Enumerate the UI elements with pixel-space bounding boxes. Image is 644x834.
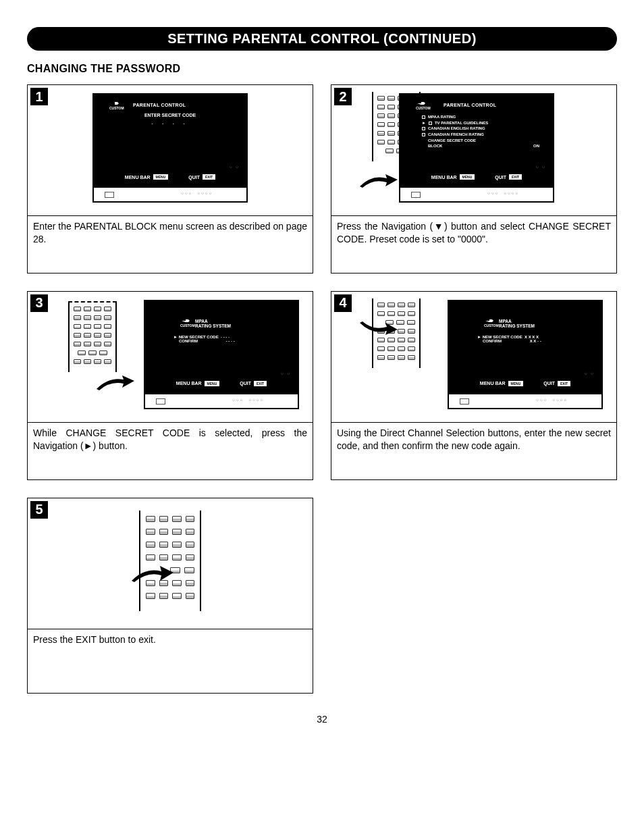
custom-label: CUSTOM	[484, 323, 499, 328]
menu-item: TV PARENTAL GUIDELINES	[435, 120, 488, 126]
mpaa-label: MPAA	[499, 319, 512, 323]
step-3-caption: While CHANGE SECRET CODE is selected, pr…	[27, 423, 313, 480]
step-4-panel: 4 CUSTOM	[331, 291, 617, 423]
tv-menu-row: MENU BAR MENU QUIT EXIT	[449, 381, 601, 386]
remote-illustration	[139, 511, 201, 611]
led-dots: ○ ○	[230, 165, 240, 169]
tv-base: ○○○ ○○○○	[399, 188, 554, 203]
step-number: 1	[30, 88, 48, 105]
step-2: 2 CUSTOM PARENTAL CONTROL MPAA	[331, 84, 617, 273]
screen-subtitle: ENTER SECRET CODE	[103, 113, 237, 118]
step-5: 5 Press the EXIT button to exit.	[27, 498, 313, 694]
step-4: 4 CUSTOM	[331, 291, 617, 480]
menubar-label: MENU BAR	[480, 381, 506, 386]
tv-menu-row: MENU BAR MENU QUIT EXIT	[400, 174, 553, 180]
code-dots: - - - -	[103, 122, 237, 126]
menu-button-label: MENU	[153, 174, 169, 180]
quit-label: QUIT	[543, 381, 555, 386]
rating-system-label: RATING SYSTEM	[195, 323, 231, 328]
confirm-label: CONFIRM	[179, 339, 198, 343]
menubar-label: MENU BAR	[431, 175, 457, 180]
step-number: 3	[30, 294, 48, 312]
menu-list: MPAA RATING ►TV PARENTAL GUIDELINES CANA…	[422, 114, 543, 149]
rating-system-label: RATING SYSTEM	[499, 323, 535, 328]
arrow-icon	[95, 374, 136, 392]
section-subheading: CHANGING THE PASSWORD	[27, 63, 617, 75]
step-2-caption: Press the Navigation (▼) button and sele…	[331, 216, 617, 273]
confirm-value: - - - -	[226, 339, 235, 343]
menu-button-label: MENU	[460, 174, 475, 180]
arrow-icon	[129, 565, 176, 585]
mpaa-label: MPAA	[195, 319, 208, 323]
exit-button-label: EXIT	[509, 174, 522, 180]
new-code-value: - - - -	[221, 335, 230, 339]
hand-icon	[111, 101, 120, 106]
led-dots: ○ ○	[585, 371, 595, 375]
confirm-value: X X - -	[530, 339, 541, 343]
tv-base: ○○○ ○○○○	[448, 394, 603, 409]
custom-label: CUSTOM	[180, 323, 195, 328]
page-title-bar: SETTING PARENTAL CONTROL (CONTINUED)	[27, 27, 617, 51]
hand-icon	[417, 101, 427, 106]
led-dots: ○ ○	[281, 371, 291, 375]
arrow-icon	[358, 319, 399, 336]
menu-item: CHANGE SECRET CODE	[428, 138, 476, 144]
custom-label: CUSTOM	[109, 106, 124, 110]
tv-illustration: CUSTOM PARENTAL CONTROL ENTER SECRET COD…	[92, 93, 248, 203]
step-5-caption: Press the EXIT button to exit.	[27, 629, 313, 694]
custom-label: CUSTOM	[416, 106, 431, 110]
led-dots: ○ ○	[536, 165, 546, 169]
arrow-icon	[358, 173, 399, 190]
step-2-panel: 2 CUSTOM PARENTAL CONTROL MPAA	[331, 84, 617, 216]
exit-button-label: EXIT	[558, 381, 570, 386]
step-1-caption: Enter the PARENTAL BLOCK menu screen as …	[27, 216, 313, 273]
screen-title: PARENTAL CONTROL	[133, 103, 237, 107]
confirm-label: CONFIRM	[483, 339, 502, 343]
step-3-panel: 3 CUSTOM	[27, 291, 313, 423]
hand-icon	[182, 318, 191, 323]
tv-illustration: CUSTOM PARENTAL CONTROL MPAA RATING ►TV …	[399, 93, 554, 203]
menu-button-label: MENU	[508, 381, 524, 386]
screen-title: PARENTAL CONTROL	[444, 103, 543, 107]
tv-base: ○○○ ○○○○	[92, 188, 248, 203]
tv-illustration: CUSTOM MPAA RATING SYSTEM ► NEW SECRET C…	[144, 300, 299, 409]
remote-illustration	[68, 301, 117, 372]
quit-label: QUIT	[240, 381, 251, 386]
tv-menu-row: MENU BAR MENU QUIT EXIT	[145, 381, 298, 386]
step-4-caption: Using the Direct Channel Selection butto…	[331, 423, 617, 480]
new-code-label: NEW SECRET CODE	[483, 335, 522, 339]
menu-item: BLOCK	[428, 143, 442, 149]
step-number: 5	[30, 501, 48, 519]
menu-item: MPAA RATING	[428, 114, 456, 120]
steps-grid-3: 5 Press the EXIT button to exit.	[27, 498, 617, 694]
quit-label: QUIT	[188, 175, 200, 180]
tv-base: ○○○ ○○○○	[144, 394, 299, 409]
menu-item: CANADIAN FRENCH RATING	[428, 132, 484, 138]
step-3: 3 CUSTOM	[27, 291, 313, 480]
tv-menu-row: MENU BAR MENU QUIT EXIT	[94, 174, 246, 180]
page-number: 32	[27, 714, 617, 725]
hand-icon	[485, 318, 495, 323]
tv-illustration: CUSTOM MPAA RATING SYSTEM ► NEW SECRET C…	[448, 300, 603, 409]
step-number: 2	[334, 88, 352, 105]
menubar-label: MENU BAR	[176, 381, 202, 386]
new-code-label: NEW SECRET CODE	[179, 335, 219, 339]
new-code-value: X X X X	[525, 335, 539, 339]
quit-label: QUIT	[495, 175, 506, 180]
step-1: 1 CUSTOM PARENTAL CONTROL ENTER SECRET C…	[27, 84, 313, 273]
step-5-panel: 5	[27, 498, 313, 629]
menu-button-label: MENU	[205, 381, 220, 386]
menubar-label: MENU BAR	[125, 175, 151, 180]
menu-item: CANADIAN ENGLISH RATING	[428, 126, 485, 132]
step-number: 4	[334, 294, 352, 312]
exit-button-label: EXIT	[254, 381, 267, 386]
steps-grid: 1 CUSTOM PARENTAL CONTROL ENTER SECRET C…	[27, 84, 617, 273]
exit-button-label: EXIT	[203, 174, 215, 180]
on-label: ON	[533, 143, 539, 149]
step-1-panel: 1 CUSTOM PARENTAL CONTROL ENTER SECRET C…	[27, 84, 313, 216]
steps-grid-2: 3 CUSTOM	[27, 291, 617, 480]
